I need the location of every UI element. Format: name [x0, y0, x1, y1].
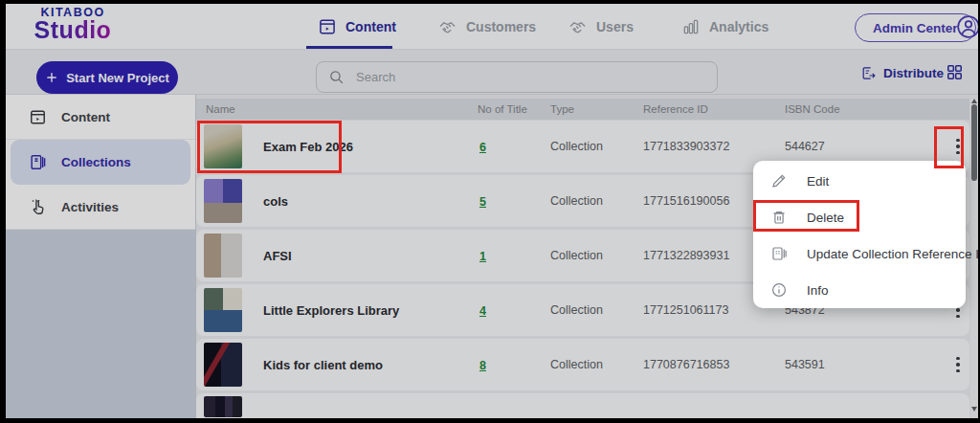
search-input[interactable] — [356, 70, 681, 84]
collections-icon — [29, 153, 47, 171]
collection-thumbnail — [204, 343, 242, 387]
table-header: Name No of Title Type Reference ID ISBN … — [196, 99, 969, 120]
handshake-icon — [568, 17, 588, 36]
sidebar-item-content[interactable]: Content — [6, 95, 195, 140]
toolbar: Start New Project Distribute — [6, 50, 978, 95]
col-header-name: Name — [196, 103, 474, 115]
content-icon — [29, 108, 47, 126]
tab-content-label: Content — [345, 19, 396, 34]
tab-customers[interactable]: Customers — [438, 4, 536, 49]
collection-thumbnail — [204, 179, 242, 223]
sidebar-item-label: Activities — [61, 200, 119, 214]
menu-item-edit[interactable]: Edit — [753, 163, 966, 199]
collection-name: Kids for client demo — [263, 358, 383, 372]
kitaboo-studio-logo[interactable]: KITABOO Studio — [15, 6, 130, 40]
table-row-partial[interactable] — [196, 393, 969, 418]
tab-users-label: Users — [596, 19, 634, 34]
menu-item-info[interactable]: Info — [753, 272, 966, 308]
content-icon — [318, 17, 337, 36]
sidebar: Content Collections Activities — [6, 95, 196, 418]
titles-count-link[interactable]: 6 — [479, 141, 486, 154]
sidebar-item-label: Content — [61, 110, 110, 124]
titles-count-link[interactable]: 1 — [479, 250, 486, 263]
collection-thumbnail — [204, 396, 242, 417]
col-header-type: Type — [550, 103, 643, 115]
col-header-reference-id: Reference ID — [643, 103, 785, 115]
sidebar-list: Content Collections Activities — [6, 95, 195, 230]
active-tab-underline — [306, 46, 392, 49]
collection-type: Collection — [550, 303, 643, 317]
scroll-down-arrow[interactable] — [971, 407, 977, 412]
tab-analytics-label: Analytics — [709, 19, 768, 34]
tab-users[interactable]: Users — [568, 4, 634, 49]
isbn-code: 544627 — [785, 140, 947, 153]
col-header-isbn: ISBN Code — [785, 103, 947, 115]
search-box — [316, 61, 718, 93]
kebab-menu-icon[interactable] — [947, 132, 969, 161]
collection-type: Collection — [550, 249, 643, 262]
collection-name: cols — [263, 194, 288, 209]
titles-count-link[interactable]: 5 — [479, 195, 486, 209]
table-row[interactable]: Kids for client demo 8 Collection 177087… — [196, 339, 969, 390]
kebab-menu-icon[interactable] — [947, 350, 969, 379]
menu-item-label: Edit — [807, 174, 829, 189]
trash-icon — [770, 209, 788, 226]
sidebar-item-collections[interactable]: Collections — [11, 140, 190, 185]
collection-thumbnail — [204, 288, 242, 332]
tab-customers-label: Customers — [466, 19, 536, 34]
collection-name: Exam Feb 2026 — [263, 140, 353, 154]
activities-hand-icon — [29, 198, 47, 216]
update-doc-icon — [770, 245, 788, 262]
bar-chart-icon — [681, 17, 701, 36]
collection-thumbnail — [204, 124, 242, 168]
titles-count-link[interactable]: 8 — [479, 359, 486, 372]
menu-item-label: Delete — [807, 211, 844, 225]
collection-type: Collection — [550, 194, 643, 208]
sidebar-item-label: Collections — [61, 155, 131, 169]
distribute-icon — [860, 65, 877, 81]
collection-name: AFSI — [263, 249, 292, 263]
distribute-button[interactable]: Distribute — [860, 62, 944, 83]
start-new-project-label: Start New Project — [66, 71, 169, 85]
sidebar-item-activities[interactable]: Activities — [6, 185, 195, 230]
reference-id: 1770876716853 — [643, 358, 785, 371]
plus-icon — [45, 71, 58, 84]
col-header-no-of-title: No of Title — [474, 103, 550, 115]
app-frame: KITABOO Studio Content Customers Users A… — [6, 4, 978, 418]
app-root: KITABOO Studio Content Customers Users A… — [0, 0, 980, 423]
scrollbar-thumb[interactable] — [971, 104, 977, 181]
menu-item-update-collection-reference-id[interactable]: Update Collection Reference ID — [753, 235, 966, 272]
menu-item-label: Info — [807, 283, 829, 298]
tab-content[interactable]: Content — [318, 4, 396, 49]
handshake-icon — [438, 17, 457, 36]
brand-studio: Studio — [15, 19, 130, 40]
top-header: KITABOO Studio Content Customers Users A… — [6, 4, 978, 50]
menu-item-delete[interactable]: Delete — [753, 199, 966, 235]
collection-thumbnail — [204, 234, 242, 278]
pencil-icon — [770, 172, 788, 189]
profile-icon[interactable] — [956, 14, 978, 39]
tab-analytics[interactable]: Analytics — [681, 4, 768, 49]
admin-center-label: Admin Center — [873, 21, 958, 35]
collection-type: Collection — [550, 140, 643, 153]
distribute-label: Distribute — [883, 66, 944, 80]
row-context-menu: Edit Delete Update Collection Reference … — [753, 161, 966, 308]
start-new-project-button[interactable]: Start New Project — [36, 61, 178, 94]
info-icon — [770, 281, 788, 299]
collection-name: Little Explorers Library — [263, 303, 399, 318]
reference-id: 1771833903372 — [643, 140, 785, 153]
collection-type: Collection — [550, 358, 643, 371]
isbn-code: 543591 — [785, 358, 947, 371]
titles-count-link[interactable]: 4 — [479, 304, 486, 318]
menu-item-label: Update Collection Reference ID — [807, 247, 978, 261]
apps-grid-icon[interactable] — [946, 63, 964, 81]
scroll-up-arrow[interactable] — [971, 99, 977, 103]
search-icon — [328, 69, 345, 85]
